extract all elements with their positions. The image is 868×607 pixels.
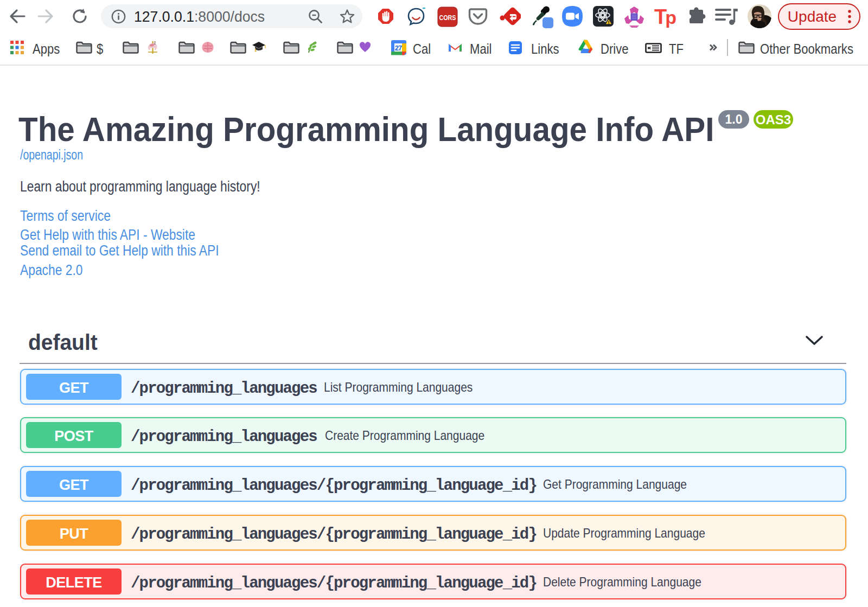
svg-text:CORS: CORS — [439, 14, 456, 22]
svg-text:27: 27 — [395, 44, 402, 52]
